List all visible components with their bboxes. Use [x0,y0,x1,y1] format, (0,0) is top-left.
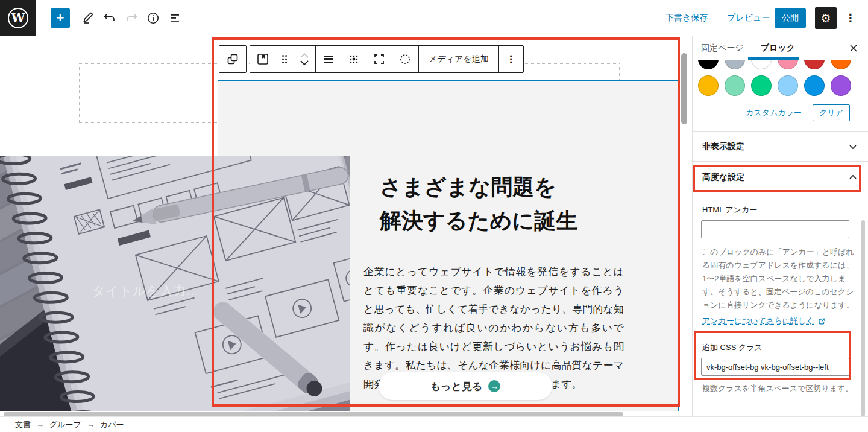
breadcrumb-document[interactable]: 文書 [15,419,31,430]
cover-block-icon [256,52,270,66]
move-down-icon[interactable] [298,59,310,67]
chevron-up-icon [848,172,858,183]
color-swatch[interactable] [831,75,851,96]
sidebar-content: カスタムカラー クリア 非表示設定 高度な設定 HTML アンカー このブロック… [693,60,868,416]
info-icon [146,11,160,25]
external-link-icon [818,317,826,325]
active-tab-underline [748,57,799,60]
breadcrumb-cover[interactable]: カバー [100,419,124,430]
color-swatch[interactable] [725,60,745,69]
redo-icon [124,11,139,25]
additional-css-class-input[interactable] [701,358,849,376]
close-icon [849,43,858,53]
dashed-circle-icon [398,52,412,66]
save-draft-button[interactable]: 下書き保存 [665,13,708,24]
kebab-icon: ⋮ [506,53,516,66]
breadcrumb-arrow: → [36,420,44,429]
sidebar-tabs: 固定ページ ブロック [693,36,868,60]
kebab-icon: ⋮ [845,11,856,25]
post-title-placeholder[interactable]: タイトルを入力... [92,282,199,299]
tab-page[interactable]: 固定ページ [693,36,752,60]
css-class-help-text: 複数クラスを半角スペースで区切ります。 [693,382,868,395]
color-palette-row [693,60,868,69]
settings-sidebar: 固定ページ ブロック カスタムカラー クリア 非表示設定 [692,36,868,416]
editor-top-bar: W + 下書き保存 プレビュー 公開 ⚙ ⋮ [0,0,868,36]
wordpress-logo-icon[interactable]: W [0,0,36,36]
custom-color-link[interactable]: カスタムカラー [746,107,802,118]
chevron-down-icon [848,141,858,152]
color-swatch[interactable] [698,60,719,69]
color-palette-row [693,75,868,96]
clear-color-button[interactable]: クリア [813,104,850,121]
additional-css-class-label: 追加 CSS クラス [693,342,868,353]
more-button[interactable]: もっと見る → [379,372,552,400]
edit-tool-button[interactable] [78,8,98,28]
hidden-settings-panel-toggle[interactable]: 非表示設定 [693,131,868,161]
anchor-learn-more-link[interactable]: アンカーについてさらに詳しく [702,316,814,326]
color-swatch[interactable] [698,75,719,96]
details-button[interactable] [143,8,163,28]
plus-icon: + [57,10,64,26]
html-anchor-input[interactable] [701,220,849,238]
color-swatch[interactable] [751,60,772,69]
wordpress-w-glyph: W [8,8,28,28]
pencil-icon [81,11,95,25]
drag-dots-icon [277,52,292,66]
block-breadcrumb: 文書 → グループ → カバー [0,416,868,432]
add-block-button[interactable]: + [51,8,70,28]
block-options-button[interactable]: ⋮ [499,46,523,72]
canvas-horizontal-scrollbar[interactable] [4,412,623,416]
publish-button[interactable]: 公開 [775,8,806,28]
redo-button[interactable] [122,8,141,28]
color-swatch[interactable] [725,75,745,96]
list-view-icon [168,11,182,25]
block-toolbar: メディアを追加 ⋮ [219,45,524,73]
gear-icon: ⚙ [820,11,831,25]
close-sidebar-button[interactable] [846,41,861,56]
color-swatch[interactable] [804,60,825,69]
canvas-vertical-scrollbar[interactable] [681,53,687,124]
cover-block-parent-button[interactable] [250,46,275,72]
options-menu-button[interactable]: ⋮ [843,8,858,28]
more-button-label: もっと見る [430,380,483,393]
add-media-button[interactable]: メディアを追加 [419,46,498,72]
color-swatch[interactable] [804,75,825,96]
move-up-icon[interactable] [298,51,310,59]
drag-handle[interactable] [275,46,294,72]
align-lines-icon [321,52,336,66]
preview-button[interactable]: プレビュー [727,13,770,24]
editor-canvas: タイトルを入力... さまざまな問題を 解決するために誕生 企業にとってウェブサ… [0,36,692,411]
list-view-button[interactable] [165,8,184,28]
color-swatch[interactable] [778,60,798,69]
undo-icon [102,11,117,25]
duotone-filter-button[interactable] [392,46,418,72]
breadcrumb-group[interactable]: グループ [49,419,81,430]
alignment-button[interactable] [316,46,341,72]
transform-icon [225,52,240,66]
transform-block-button[interactable] [219,46,246,72]
position-matrix-icon [347,52,361,66]
cover-heading[interactable]: さまざまな問題を 解決するために誕生 [380,170,577,238]
full-height-toggle[interactable] [366,46,392,72]
hidden-settings-label: 非表示設定 [702,141,744,152]
color-swatch[interactable] [778,75,798,96]
arrow-right-icon: → [488,380,500,392]
breadcrumb-arrow: → [87,420,95,429]
sidebar-vertical-scrollbar[interactable] [861,220,865,416]
content-position-button[interactable] [341,46,366,72]
anchor-help-text: このブロックのみに「アンカー」と呼ばれる固有のウェブアドレスを作成するには、1〜… [693,246,868,312]
advanced-settings-panel-toggle[interactable]: 高度な設定 [693,161,868,192]
full-height-icon [372,52,386,66]
color-swatch[interactable] [751,75,772,96]
undo-button[interactable] [100,8,119,28]
settings-gear-button[interactable]: ⚙ [815,7,837,29]
color-swatch[interactable] [831,60,851,69]
advanced-settings-label: 高度な設定 [702,172,744,183]
tab-block[interactable]: ブロック [752,36,804,60]
html-anchor-label: HTML アンカー [693,205,868,215]
